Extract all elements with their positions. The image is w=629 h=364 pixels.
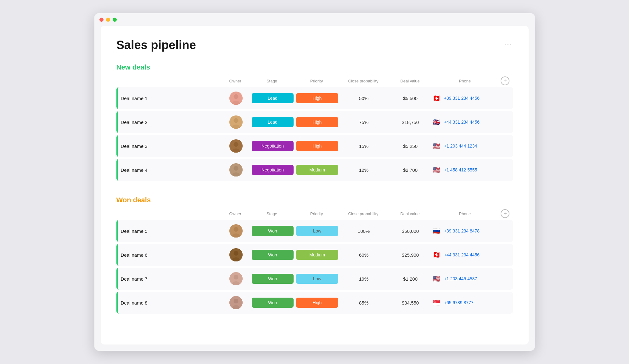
priority-cell: Medium [295,165,340,175]
app-window: Sales pipeline ··· New deals Owner Stage… [94,13,535,351]
priority-badge: High [296,117,338,127]
maximize-button[interactable] [113,18,117,22]
won-deals-columns: Owner Stage Priority Close probability D… [116,209,513,218]
phone-number[interactable]: +1 203 445 4587 [444,276,477,281]
won-deals-section: Won deals Owner Stage Priority Close pro… [116,196,513,314]
avatar-image [229,92,243,105]
svg-point-38 [234,299,239,304]
svg-point-33 [234,275,239,280]
won-deals-table: Owner Stage Priority Close probability D… [116,209,513,314]
deal-name: Deal name 3 [121,143,222,149]
add-won-deal-button[interactable]: + [501,209,509,218]
close-button[interactable] [99,18,104,22]
main-content: Sales pipeline ··· New deals Owner Stage… [101,26,529,344]
priority-badge: High [296,141,338,151]
avatar-image [229,115,243,129]
minimize-button[interactable] [106,18,110,22]
avatar [222,272,250,285]
table-row[interactable]: Deal name 7 Won [116,268,513,290]
col-value: Deal value [388,79,432,83]
stage-cell: Won [250,226,295,236]
stage-badge: Negotiation [252,141,294,151]
svg-point-23 [234,227,239,232]
deal-value: $50,000 [388,228,433,234]
phone-number[interactable]: +44 331 234 4456 [444,120,480,125]
avatar-image [229,163,243,176]
priority-cell: High [295,93,340,103]
avatar-image [229,224,243,238]
flag-icon: 🇺🇸 [433,143,441,149]
stage-badge: Won [252,226,294,236]
table-row[interactable]: Deal name 8 Won [116,292,513,314]
flag-icon: 🇸🇬 [433,300,441,306]
svg-point-3 [234,94,239,99]
deal-name: Deal name 6 [121,252,222,258]
new-deals-section: New deals Owner Stage Priority Close pro… [116,63,513,181]
flag-icon: 🇷🇺 [433,228,441,234]
won-deals-title: Won deals [116,196,151,204]
priority-cell: Low [295,226,340,236]
col-owner: Owner [221,211,249,216]
table-row[interactable]: Deal name 3 Negotiation [116,135,513,157]
avatar-image [229,296,243,309]
col-add: + [497,209,510,218]
close-probability: 12% [340,167,388,173]
stage-cell: Won [250,250,295,260]
col-stage: Stage [250,79,294,83]
stage-cell: Won [250,298,295,308]
won-deals-header: Won deals [116,196,513,204]
stage-cell: Negotiation [250,141,295,151]
deal-value: $34,550 [388,300,433,305]
deal-name: Deal name 8 [121,300,222,305]
close-probability: 15% [340,143,388,149]
phone-cell: 🇸🇬 +65 6789 8777 [433,300,497,306]
flag-icon: 🇬🇧 [433,119,441,125]
avatar [222,139,250,153]
deal-name: Deal name 4 [121,167,222,173]
avatar-image [229,248,243,261]
avatar [222,163,250,176]
flag-icon: 🇺🇸 [433,167,441,173]
new-deals-columns: Owner Stage Priority Close probability D… [116,76,513,85]
priority-cell: High [295,298,340,308]
phone-cell: 🇨🇭 +39 331 234 4456 [433,95,497,101]
close-probability: 19% [340,276,388,282]
flag-icon: 🇨🇭 [433,95,441,101]
avatar [222,296,250,309]
table-row[interactable]: Deal name 1 Lead [116,87,513,109]
deal-value: $5,250 [388,143,433,149]
stage-badge: Lead [252,93,294,103]
avatar [222,92,250,105]
avatar [222,224,250,238]
phone-number[interactable]: +39 331 234 4456 [444,96,480,101]
avatar [222,115,250,129]
col-stage: Stage [250,211,294,216]
deal-value: $18,750 [388,120,433,125]
phone-number[interactable]: +65 6789 8777 [444,300,474,305]
more-options-button[interactable]: ··· [504,40,513,48]
priority-badge: Medium [296,165,338,175]
table-row[interactable]: Deal name 6 Won [116,244,513,266]
phone-number[interactable]: +44 331 234 4456 [444,252,480,257]
avatar-image [229,139,243,153]
table-row[interactable]: Deal name 5 Won [116,220,513,242]
avatar [222,248,250,261]
col-owner: Owner [221,79,249,83]
col-add: + [497,76,510,85]
phone-cell: 🇨🇭 +44 331 234 4456 [433,252,497,258]
svg-point-18 [234,166,239,171]
phone-number[interactable]: +1 458 412 5555 [444,167,477,172]
titlebar [94,13,535,26]
add-new-deal-button[interactable]: + [501,76,509,85]
table-row[interactable]: Deal name 4 Negotiation [116,159,513,181]
col-phone: Phone [432,79,497,83]
priority-badge: High [296,93,338,103]
table-row[interactable]: Deal name 2 Lead [116,111,513,133]
avatar-image [229,272,243,285]
new-deals-table: Owner Stage Priority Close probability D… [116,76,513,181]
page-header: Sales pipeline ··· [116,38,513,52]
phone-number[interactable]: +1 203 444 1234 [444,143,477,148]
phone-number[interactable]: +39 331 234 8478 [444,228,480,233]
col-phone: Phone [432,211,497,216]
deal-name: Deal name 7 [121,276,222,282]
